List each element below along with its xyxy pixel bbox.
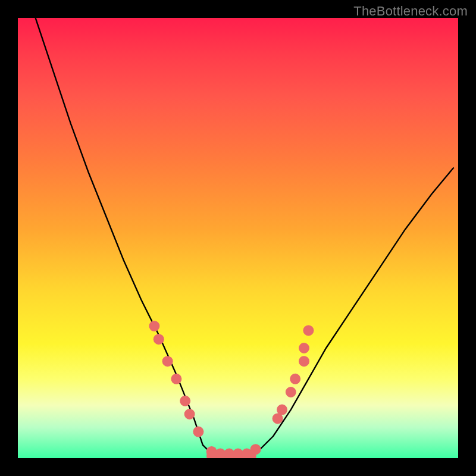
marker-dot: [154, 334, 164, 345]
marker-dot: [303, 325, 314, 336]
chart-frame: TheBottleneck.com: [0, 0, 476, 476]
chart-svg: [18, 18, 458, 458]
marker-dot: [184, 409, 195, 419]
marker-dot: [286, 387, 296, 397]
marker-dot: [171, 374, 181, 384]
marker-dot: [180, 396, 190, 406]
watermark-text: TheBottleneck.com: [353, 4, 468, 19]
marker-dot: [299, 343, 309, 353]
marker-dot: [149, 321, 159, 331]
plot-area: [18, 18, 458, 458]
marker-dot: [277, 405, 287, 415]
marker-dot: [193, 427, 203, 437]
marker-dot: [299, 356, 309, 367]
marker-dot: [162, 356, 173, 367]
bottleneck-curve: [36, 18, 454, 458]
marker-dot: [290, 374, 300, 384]
marker-dot: [250, 444, 261, 455]
marker-dots: [149, 321, 314, 458]
